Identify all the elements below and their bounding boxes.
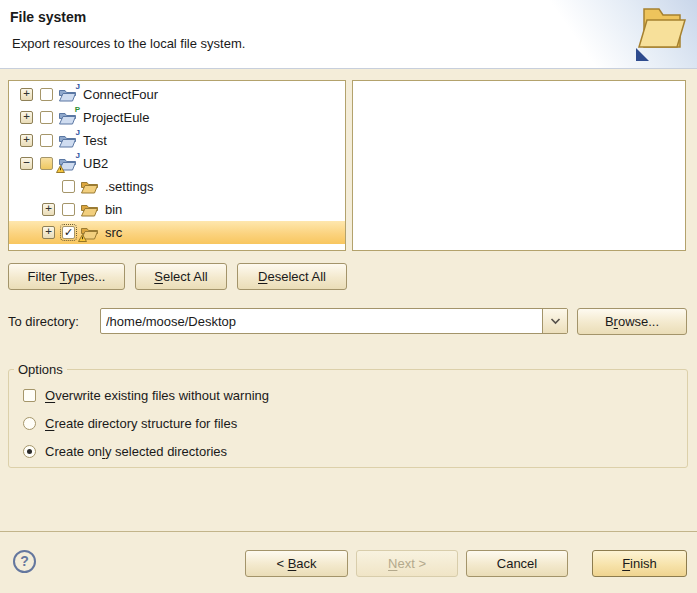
item-checkbox[interactable]: [62, 180, 75, 193]
to-directory-label: To directory:: [8, 314, 79, 329]
back-button[interactable]: < Back: [245, 550, 348, 577]
tree-item-label: ConnectFour: [83, 87, 158, 102]
tree-item-label: UB2: [83, 156, 108, 171]
option-row[interactable]: Create directory structure for files: [23, 414, 687, 433]
help-button[interactable]: ?: [13, 550, 36, 573]
folder-icon: [81, 226, 99, 240]
tree-item-label: bin: [105, 202, 122, 217]
option-label: Overwrite existing files without warning: [45, 388, 269, 403]
next-button[interactable]: Next >: [356, 550, 458, 577]
directory-dropdown-button[interactable]: [542, 309, 567, 333]
tree-item-label: src: [105, 225, 122, 240]
tree-row[interactable]: +✓src: [9, 221, 345, 244]
options-list: Overwrite existing files without warning…: [9, 386, 687, 461]
tree-item-label: Test: [83, 133, 107, 148]
create-structure-radio[interactable]: [23, 417, 36, 430]
project-nature-badge: P: [75, 106, 80, 114]
browse-button[interactable]: Browse...: [577, 308, 687, 335]
tree-row[interactable]: +JTest: [9, 129, 345, 152]
page-subtitle: Export resources to the local file syste…: [12, 36, 245, 51]
warning-decorator-icon: [56, 165, 65, 173]
cancel-button[interactable]: Cancel: [466, 550, 568, 577]
java-project-folder-icon: J: [59, 88, 77, 102]
item-checkbox[interactable]: [62, 203, 75, 216]
item-checkbox[interactable]: ✓: [62, 226, 75, 239]
project-nature-badge: J: [76, 129, 80, 137]
project-folder-icon: P: [59, 111, 77, 125]
file-list-panel[interactable]: [352, 80, 686, 251]
collapse-toggle-icon[interactable]: −: [20, 157, 33, 170]
tree-item-label: .settings: [105, 179, 153, 194]
footer-separator: [0, 531, 697, 532]
create-selected-radio[interactable]: [23, 445, 36, 458]
item-checkbox[interactable]: [40, 157, 53, 170]
tree-row[interactable]: +JConnectFour: [9, 83, 345, 106]
finish-button[interactable]: Finish: [592, 550, 687, 577]
deselect-all-button[interactable]: Deselect All: [237, 263, 347, 290]
project-nature-badge: J: [76, 83, 80, 91]
wizard-header: File system Export resources to the loca…: [0, 0, 697, 69]
tree-row[interactable]: +PProjectEule: [9, 106, 345, 129]
item-checkbox[interactable]: [40, 111, 53, 124]
resource-tree[interactable]: +JConnectFour+PProjectEule+JTest−JUB2.se…: [8, 80, 346, 251]
warning-decorator-icon: [78, 234, 87, 242]
directory-input[interactable]: [101, 309, 542, 333]
folder-icon: [81, 180, 99, 194]
export-file-system-dialog: File system Export resources to the loca…: [0, 0, 697, 593]
tree-row[interactable]: −JUB2: [9, 152, 345, 175]
page-title: File system: [10, 9, 86, 25]
option-row[interactable]: Create only selected directories: [23, 442, 687, 461]
option-label: Create directory structure for files: [45, 416, 237, 431]
options-group: Options Overwrite existing files without…: [8, 362, 688, 468]
select-all-button[interactable]: Select All: [135, 263, 227, 290]
export-folder-icon: [633, 3, 689, 63]
project-nature-badge: J: [76, 152, 80, 160]
expand-toggle-icon[interactable]: +: [20, 134, 33, 147]
expand-toggle-icon[interactable]: +: [20, 111, 33, 124]
folder-icon: [81, 203, 99, 217]
options-legend: Options: [14, 362, 67, 377]
expand-toggle-icon[interactable]: +: [42, 203, 55, 216]
tree-row[interactable]: .settings: [9, 175, 345, 198]
tree-row[interactable]: +bin: [9, 198, 345, 221]
chevron-down-icon: [550, 318, 561, 325]
filter-types-button[interactable]: Filter Types...: [8, 263, 125, 290]
expand-toggle-icon[interactable]: +: [42, 226, 55, 239]
java-project-folder-icon: J: [59, 134, 77, 148]
option-label: Create only selected directories: [45, 444, 227, 459]
java-project-folder-icon: J: [59, 157, 77, 171]
expand-toggle-icon[interactable]: +: [20, 88, 33, 101]
tree-item-label: ProjectEule: [83, 110, 149, 125]
item-checkbox[interactable]: [40, 134, 53, 147]
item-checkbox[interactable]: [40, 88, 53, 101]
directory-combobox[interactable]: [100, 308, 568, 334]
option-row[interactable]: Overwrite existing files without warning: [23, 386, 687, 405]
overwrite-existing-checkbox[interactable]: [23, 389, 36, 402]
